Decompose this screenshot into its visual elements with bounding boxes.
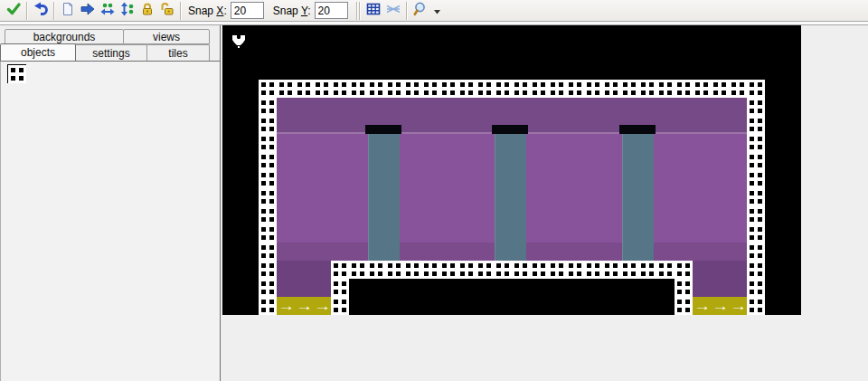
instance-border-block[interactable] [259, 134, 277, 152]
object-sprite-thumbnail[interactable] [7, 64, 26, 83]
instance-border-block[interactable] [295, 80, 313, 98]
instance-border-block[interactable] [331, 80, 349, 98]
instance-border-block[interactable] [675, 297, 693, 315]
instance-border-block[interactable] [259, 152, 277, 170]
instance-border-block[interactable] [675, 261, 693, 279]
instance-border-block[interactable] [331, 261, 349, 279]
instance-border-block[interactable] [349, 80, 367, 98]
tile-cap[interactable] [619, 125, 656, 134]
tile-wallDark[interactable] [277, 261, 331, 297]
instance-border-block[interactable] [259, 224, 277, 243]
tile-pillar[interactable] [368, 134, 400, 261]
snap-y-input[interactable] [315, 2, 348, 19]
isometric-grid-button[interactable] [383, 1, 403, 21]
instance-border-block[interactable] [548, 261, 566, 279]
tile-pillar[interactable] [495, 134, 526, 261]
instance-border-block[interactable] [638, 80, 656, 98]
instance-border-block[interactable] [403, 80, 421, 98]
instance-border-block[interactable] [277, 80, 295, 98]
clear-room-button[interactable] [58, 1, 78, 21]
instance-border-block[interactable] [259, 188, 277, 206]
tile-pillar[interactable] [622, 134, 654, 261]
instance-border-block[interactable] [656, 80, 675, 98]
instance-border-block[interactable] [331, 297, 349, 315]
instance-border-block[interactable] [584, 261, 602, 279]
instance-border-block[interactable] [747, 297, 765, 315]
instance-border-block[interactable] [747, 243, 765, 261]
instance-border-block[interactable] [421, 80, 439, 98]
objects-panel[interactable] [0, 61, 220, 381]
instance-border-block[interactable] [747, 98, 765, 116]
move-horizontal-button[interactable] [98, 1, 118, 21]
tab-objects[interactable]: objects [0, 43, 76, 61]
instance-border-block[interactable] [530, 80, 548, 98]
instance-border-block[interactable] [259, 98, 277, 116]
instance-border-block[interactable] [711, 80, 729, 98]
instance-border-block[interactable] [620, 80, 638, 98]
instance-border-block[interactable] [530, 261, 548, 279]
instance-border-block[interactable] [367, 261, 385, 279]
instance-border-block[interactable] [421, 261, 439, 279]
tab-views[interactable]: views [123, 29, 210, 44]
instance-border-block[interactable] [675, 80, 693, 98]
instance-border-block[interactable] [747, 134, 765, 152]
instance-border-block[interactable] [367, 80, 385, 98]
tab-backgrounds[interactable]: backgrounds [5, 29, 124, 44]
instance-border-block[interactable] [675, 279, 693, 297]
unlock-button[interactable] [157, 1, 177, 21]
instance-border-block[interactable] [602, 80, 620, 98]
instance-border-block[interactable] [747, 206, 765, 224]
instance-border-block[interactable] [602, 261, 620, 279]
instance-border-block[interactable] [439, 261, 458, 279]
instance-border-block[interactable] [494, 261, 512, 279]
instance-border-block[interactable] [476, 80, 494, 98]
instance-border-block[interactable] [747, 170, 765, 188]
instance-border-block[interactable] [494, 80, 512, 98]
instance-border-block[interactable] [566, 261, 584, 279]
lock-button[interactable] [137, 1, 157, 21]
undo-button[interactable] [31, 1, 51, 21]
instance-border-block[interactable] [476, 261, 494, 279]
instance-border-block[interactable] [458, 261, 476, 279]
instance-border-block[interactable] [747, 116, 765, 134]
instance-border-block[interactable] [656, 261, 675, 279]
instance-border-block[interactable] [747, 188, 765, 206]
snap-x-input[interactable] [231, 2, 264, 19]
instance-border-block[interactable] [349, 261, 367, 279]
instance-border-block[interactable] [512, 80, 530, 98]
instance-border-block[interactable] [566, 80, 584, 98]
instance-border-block[interactable] [620, 261, 638, 279]
room-canvas[interactable]: →→→→→→ [220, 25, 868, 381]
instance-border-block[interactable] [259, 297, 277, 315]
tab-settings[interactable]: settings [75, 44, 147, 61]
tile-wallDark[interactable] [693, 261, 747, 297]
instance-border-block[interactable] [638, 261, 656, 279]
instance-border-block[interactable] [439, 80, 458, 98]
instance-conveyor-right[interactable]: →→→ [693, 297, 747, 315]
instance-border-block[interactable] [313, 80, 331, 98]
zoom-dropdown-button[interactable] [432, 1, 443, 21]
instance-border-block[interactable] [693, 80, 711, 98]
instance-border-block[interactable] [548, 80, 566, 98]
instance-border-block[interactable] [512, 261, 530, 279]
instance-border-block[interactable] [747, 80, 765, 98]
instance-conveyor-right[interactable]: →→→ [277, 297, 331, 315]
instance-border-block[interactable] [385, 261, 403, 279]
instance-border-block[interactable] [259, 279, 277, 297]
instance-border-block[interactable] [747, 152, 765, 170]
instance-border-block[interactable] [259, 243, 277, 261]
shift-right-button[interactable] [78, 1, 98, 21]
instance-border-block[interactable] [259, 206, 277, 224]
instance-border-block[interactable] [259, 80, 277, 98]
instance-border-block[interactable] [458, 80, 476, 98]
zoom-button[interactable] [410, 1, 430, 21]
instance-border-block[interactable] [584, 80, 602, 98]
tab-tiles[interactable]: tiles [146, 44, 210, 61]
instance-border-block[interactable] [747, 261, 765, 279]
instance-border-block[interactable] [259, 170, 277, 188]
instance-border-block[interactable] [259, 116, 277, 134]
instance-border-block[interactable] [259, 261, 277, 279]
instance-border-block[interactable] [385, 80, 403, 98]
move-vertical-button[interactable] [118, 1, 137, 21]
tile-cap[interactable] [365, 125, 401, 134]
